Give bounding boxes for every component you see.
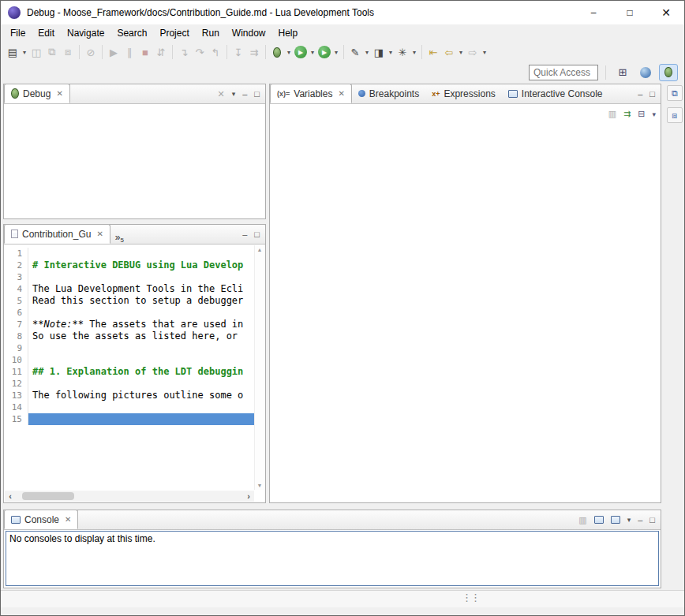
run-dropdown-chevron-icon[interactable]: ▾ [309,49,316,56]
terminate-button[interactable]: ■ [137,43,153,61]
maximize-button[interactable]: □ [612,1,648,24]
menu-window[interactable]: Window [226,24,272,42]
use-step-filters-button[interactable]: ⇉ [246,43,262,61]
new-button[interactable]: ▤ [5,43,21,61]
debug-view-menu-chevron-icon[interactable]: ▾ [232,90,236,98]
window-controls: – □ ✕ [575,1,684,24]
menu-navigate[interactable]: Navigate [61,24,110,42]
restore-view-button-2[interactable]: ⧈ [667,107,683,123]
scroll-right-icon[interactable]: › [243,491,254,501]
close-icon[interactable]: ✕ [65,515,71,524]
editor-minimize-button[interactable]: – [242,230,247,239]
editor-maximize-button[interactable]: □ [254,230,260,239]
close-icon[interactable]: ✕ [56,89,62,98]
scroll-down-icon[interactable]: ▼ [255,483,264,488]
editor-horizontal-scrollbar[interactable]: ‹ › [5,491,254,502]
last-edit-location-button[interactable]: ⇤ [425,43,441,61]
debug-button[interactable] [269,43,285,61]
scroll-up-icon[interactable]: ▲ [255,247,264,252]
open-console-button[interactable] [611,516,620,524]
menu-help[interactable]: Help [272,24,305,42]
console-dropdown-chevron-icon[interactable]: ▾ [627,516,631,524]
drop-to-frame-icon: ↧ [234,47,243,58]
step-over-button[interactable]: ↷ [192,43,208,61]
disconnect-button[interactable]: ⇵ [153,43,169,61]
scrollbar-thumb[interactable] [22,492,74,500]
search-dropdown-chevron-icon[interactable]: ▾ [410,49,418,56]
open-console-log-button[interactable]: ▥ [578,515,586,525]
external-tools-dropdown-chevron-icon[interactable]: ▾ [332,49,340,56]
step-into-button[interactable]: ↴ [176,43,192,61]
save-all-button[interactable]: ⧉ [44,43,60,61]
disconnect-icon: ⇵ [157,47,166,58]
print-icon: ⧈ [65,46,71,58]
attach-debug-button[interactable]: ✎ [347,43,363,61]
new-dropdown-chevron-icon[interactable]: ▾ [21,49,28,56]
line-text: Read this section to setup a debugger [28,295,254,307]
app-window: Debug - Moose_Framework/docs/Contributio… [0,0,685,616]
new-lua-file-button[interactable]: ◨ [371,43,387,61]
lua-perspective-button[interactable] [636,64,655,81]
tab-interactive-console[interactable]: Interactive Console [502,84,609,103]
forward-button[interactable]: ⇨ [465,43,481,61]
line-number: 11 [5,366,28,378]
save-button[interactable]: ◫ [28,43,44,61]
search-tool-icon: ✳ [399,47,407,58]
editor-content[interactable]: 1 2# Interactive DEBUG using Lua Develop… [5,245,254,490]
attach-dropdown-chevron-icon[interactable]: ▾ [363,49,371,56]
skip-breakpoints-button[interactable]: ⊘ [83,43,99,61]
tab-variables[interactable]: (x)= Variables ✕ [270,84,352,103]
remove-terminated-button[interactable]: ✕ [217,89,224,99]
show-layout-button[interactable]: ▥ [608,109,616,119]
tab-contribution-guide[interactable]: Contribution_Gu ✕ [4,224,110,244]
scroll-left-icon[interactable]: ‹ [5,491,16,501]
collapse-all-button[interactable]: ⊟ [638,109,645,119]
tab-breakpoints[interactable]: Breakpoints [352,84,425,103]
search-tool-button[interactable]: ✳ [395,43,410,61]
open-perspective-button[interactable]: ⊞ [613,64,632,81]
external-tools-button[interactable]: ▶ [316,43,332,61]
tab-expressions[interactable]: x+ Expressions [425,84,502,103]
expressions-icon: x+ [432,90,440,98]
close-icon[interactable]: ✕ [96,230,103,238]
menu-file[interactable]: File [4,24,32,42]
tab-console[interactable]: Console ✕ [4,510,78,529]
editor-line: 7**Note:** The assets that are used in [5,319,254,330]
menu-edit[interactable]: Edit [32,24,61,42]
step-return-button[interactable]: ↰ [208,43,223,61]
suspend-button[interactable]: ∥ [122,43,137,61]
back-button[interactable]: ⇦ [441,43,457,61]
console-minimize-button[interactable]: – [638,515,642,525]
variables-view-menu-chevron-icon[interactable]: ▾ [652,110,656,118]
console-content[interactable]: No consoles to display at this time. [6,531,659,586]
back-dropdown-chevron-icon[interactable]: ▾ [457,49,465,56]
minimize-button[interactable]: – [575,1,612,24]
drop-to-frame-button[interactable]: ↧ [230,43,246,61]
display-selected-console-button[interactable] [594,516,604,524]
tab-debug[interactable]: Debug ✕ [4,84,70,103]
close-icon[interactable]: ✕ [338,89,344,98]
quick-access-input[interactable] [529,65,598,80]
variables-maximize-button[interactable]: □ [649,89,655,99]
editor-vertical-scrollbar[interactable]: ▲ ▼ [254,245,264,490]
print-button[interactable]: ⧈ [60,43,76,61]
variables-minimize-button[interactable]: – [638,89,642,99]
hidden-editors-chevron[interactable]: » 5 [110,232,129,244]
run-button[interactable]: ▶ [293,43,309,61]
debug-minimize-button[interactable]: – [242,89,247,99]
new-lua-dropdown-chevron-icon[interactable]: ▾ [387,49,395,56]
statusbar-drag-handle[interactable]: ⋮⋮ [462,592,479,603]
console-maximize-button[interactable]: □ [649,515,655,525]
debug-perspective-button[interactable] [659,64,678,81]
resume-button[interactable]: ▶ [106,43,122,61]
menu-run[interactable]: Run [196,24,226,42]
debug-dropdown-chevron-icon[interactable]: ▾ [285,49,293,56]
restore-view-button-1[interactable]: ⧉ [667,85,683,101]
close-button[interactable]: ✕ [648,1,684,24]
debug-maximize-button[interactable]: □ [254,89,260,99]
menu-search[interactable]: Search [110,24,153,42]
forward-dropdown-chevron-icon[interactable]: ▾ [481,49,488,56]
import-variables-button[interactable]: ⇉ [623,109,631,119]
menu-project[interactable]: Project [153,24,195,42]
note-emphasis: **Note:** [32,319,84,330]
